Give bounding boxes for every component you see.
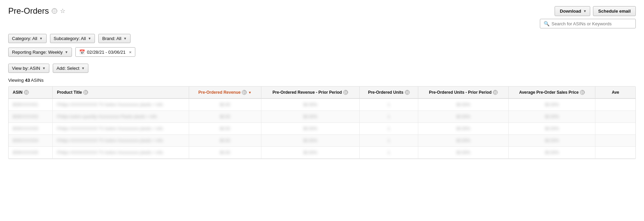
view-row: View by: ASIN ▼ Add: Select ▼ [8,64,636,73]
view-by-label: View by: ASIN [12,66,40,71]
cell-avg-pre-order-sales-price: $0.00% [509,147,595,159]
cell-avg-pre-order-sales-price: $0.00% [509,135,595,147]
cell-product-title: Philips XXXXXXXXXX TV button Xxxxxxxxxx … [53,135,189,147]
cell-ave [595,135,635,147]
cell-asin[interactable]: B08XXXXX03 [9,123,53,135]
cell-ave [595,99,635,111]
cell-pre-ordered-units-prior: $0.00% [418,135,509,147]
date-range-display[interactable]: 📅 02/28/21 - 03/06/21 × [75,47,135,57]
search-box: 🔍 [540,19,636,28]
cell-pre-ordered-units-prior: $0.00% [418,147,509,159]
table-row: B08XXXXX02 Philips button quantity Xxxxx… [9,111,635,123]
subcategory-chevron-icon: ▼ [88,37,91,40]
cell-pre-ordered-revenue: $0.00 [189,135,261,147]
cell-pre-ordered-units: 1 [359,123,418,135]
asin-link[interactable]: B08XXXXX05 [13,150,38,155]
cell-pre-ordered-units: 1 [359,99,418,111]
cell-pre-ordered-revenue: $0.00 [189,147,261,159]
asin-count: 43 [25,78,30,83]
date-range-close-icon[interactable]: × [129,50,132,55]
units-col-info-icon[interactable]: ⓘ [405,90,410,95]
table-row: B08XXXXX01 Philips XXXXXXXXXX TV button … [9,99,635,111]
download-button[interactable]: Download ▼ [555,6,590,16]
schedule-email-label: Schedule email [598,9,631,14]
view-by-chevron-icon: ▼ [42,66,46,70]
search-icon: 🔍 [544,21,549,26]
cell-avg-pre-order-sales-price: $0.00% [509,99,595,111]
cell-pre-ordered-revenue-prior: $0.00% [261,111,359,123]
calendar-icon: 📅 [79,49,85,55]
view-by-filter[interactable]: View by: ASIN ▼ [8,64,49,73]
cell-ave [595,147,635,159]
col-header-asin: ASIN ⓘ [9,87,53,99]
pre-orders-table: ASIN ⓘ Product Title ⓘ Pre-Ordered Reven… [9,87,635,159]
download-chevron-icon: ▼ [583,9,586,13]
asin-link[interactable]: B08XXXXX02 [13,114,38,119]
cell-avg-pre-order-sales-price: $0.00% [509,123,595,135]
cell-pre-ordered-revenue: $0.00 [189,123,261,135]
viewing-count: Viewing 43 ASINs [8,78,636,83]
date-row: Reporting Range: Weekly ▼ 📅 02/28/21 - 0… [8,47,636,57]
cell-ave [595,111,635,123]
cell-asin[interactable]: B08XXXXX04 [9,135,53,147]
category-label: Category: All [12,36,37,41]
cell-product-title: Philips button quantity Xxxxxxxxxx Plast… [53,111,189,123]
category-filter[interactable]: Category: All ▼ [8,34,47,43]
col-header-pre-ordered-units: Pre-Ordered Units ⓘ [359,87,418,99]
col-header-revenue-prior: Pre-Ordered Revenue - Prior Period ⓘ [261,87,359,99]
search-input[interactable] [552,21,632,26]
cell-pre-ordered-units-prior: $0.00% [418,123,509,135]
col-header-pre-ordered-revenue: Pre-Ordered Revenue ⓘ ▼ [189,87,261,99]
cell-pre-ordered-revenue-prior: $0.00% [261,147,359,159]
cell-pre-ordered-units: 1 [359,135,418,147]
avg-price-col-info-icon[interactable]: ⓘ [580,90,585,95]
table-row: B08XXXXX04 Philips XXXXXXXXXX TV button … [9,135,635,147]
product-title-col-info-icon[interactable]: ⓘ [83,90,88,95]
col-header-ave: Ave [595,87,635,99]
filter-row-1: Category: All ▼ Subcategory: All ▼ Brand… [8,34,636,43]
cell-pre-ordered-units-prior: $0.00% [418,99,509,111]
page-title-info-icon[interactable]: ⓘ [52,8,57,14]
cell-pre-ordered-revenue-prior: $0.00% [261,135,359,147]
col-header-units-prior: Pre-Ordered Units - Prior Period ⓘ [418,87,509,99]
add-filter[interactable]: Add: Select ▼ [53,64,88,73]
cell-product-title: Philips XXXXXXXXXX TV button Xxxxxxxxxx … [53,123,189,135]
cell-pre-ordered-revenue: $0.00 [189,111,261,123]
asin-link[interactable]: B08XXXXX01 [13,102,38,107]
schedule-email-button[interactable]: Schedule email [593,6,636,16]
units-prior-col-info-icon[interactable]: ⓘ [493,90,498,95]
subcategory-filter[interactable]: Subcategory: All ▼ [50,34,95,43]
brand-filter[interactable]: Brand: All ▼ [98,34,131,43]
revenue-sort-icon[interactable]: ▼ [248,91,251,94]
favorite-star-icon[interactable]: ☆ [60,7,65,15]
cell-pre-ordered-revenue-prior: $0.00% [261,99,359,111]
download-label: Download [560,9,581,14]
col-header-product-title: Product Title ⓘ [53,87,189,99]
page-title: Pre-Orders [8,6,49,16]
brand-chevron-icon: ▼ [123,37,127,40]
asin-link[interactable]: B08XXXXX03 [13,126,38,131]
category-chevron-icon: ▼ [39,37,43,40]
asin-link[interactable]: B08XXXXX04 [13,138,38,143]
cell-pre-ordered-units: 1 [359,147,418,159]
data-table-wrapper: ASIN ⓘ Product Title ⓘ Pre-Ordered Reven… [8,86,636,159]
cell-asin[interactable]: B08XXXXX02 [9,111,53,123]
header-actions: Download ▼ Schedule email 🔍 [540,6,636,28]
revenue-col-info-icon[interactable]: ⓘ [242,90,247,95]
cell-asin[interactable]: B08XXXXX01 [9,99,53,111]
cell-pre-ordered-units-prior: $0.00% [418,111,509,123]
reporting-range-chevron-icon: ▼ [65,50,68,54]
asin-unit: ASINs [31,78,44,83]
cell-asin[interactable]: B08XXXXX05 [9,147,53,159]
viewing-label: Viewing [8,78,24,83]
table-row: B08XXXXX05 Philips XXXXXXXXXX TV button … [9,147,635,159]
asin-col-info-icon[interactable]: ⓘ [24,90,29,95]
cell-product-title: Philips XXXXXXXXXX TV button Xxxxxxxxxx … [53,147,189,159]
revenue-prior-col-info-icon[interactable]: ⓘ [343,90,348,95]
table-header-row: ASIN ⓘ Product Title ⓘ Pre-Ordered Reven… [9,87,635,99]
reporting-range-filter[interactable]: Reporting Range: Weekly ▼ [8,48,72,57]
cell-pre-ordered-revenue-prior: $0.00% [261,123,359,135]
reporting-range-label: Reporting Range: Weekly [12,50,63,55]
cell-ave [595,123,635,135]
cell-pre-ordered-units: 1 [359,111,418,123]
